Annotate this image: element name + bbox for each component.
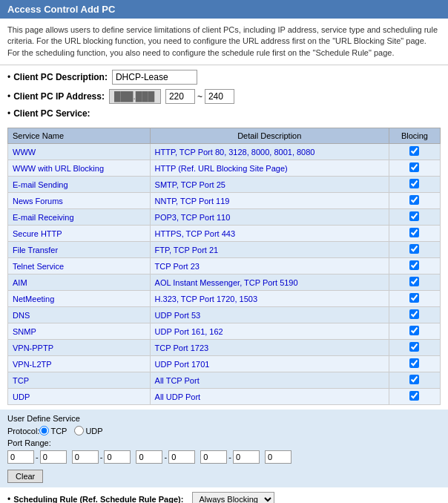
service-block-checkbox[interactable]: [409, 260, 419, 270]
service-block-checkbox[interactable]: [409, 228, 419, 237]
page-container: Access Control Add PC This page allows u…: [0, 0, 448, 503]
service-block-cell: [389, 356, 440, 372]
service-block-cell: [389, 209, 440, 226]
service-detail-cell: UDP Port 161, 162: [150, 323, 389, 340]
service-name-cell: WWW: [8, 144, 151, 160]
service-block-checkbox[interactable]: [409, 179, 419, 188]
service-detail-cell: POP3, TCP Port 110: [150, 209, 389, 226]
user-define-section: User Define Service Protocol: TCP UDP Po…: [0, 410, 448, 487]
user-define-title: User Define Service: [7, 414, 441, 423]
service-name-cell: TCP: [8, 372, 151, 389]
table-row: E-mail ReceivingPOP3, TCP Port 110: [8, 209, 441, 226]
service-label-row: • Client PC Service:: [7, 108, 441, 119]
service-block-cell: [389, 389, 440, 405]
service-name-cell: AIM: [8, 274, 151, 291]
service-detail-cell: All TCP Port: [150, 372, 389, 389]
ip-from-input[interactable]: [165, 89, 195, 104]
service-name-cell: SNMP: [8, 323, 151, 340]
port-input-7[interactable]: [200, 450, 227, 464]
service-block-checkbox[interactable]: [409, 244, 419, 254]
form-section: • Client PC Description: • Client PC IP …: [0, 65, 448, 128]
service-block-checkbox[interactable]: [409, 162, 419, 172]
port-input-6[interactable]: [168, 450, 195, 464]
service-detail-cell: All UDP Port: [150, 389, 389, 405]
table-row: Telnet ServiceTCP Port 23: [8, 258, 441, 274]
table-row: Secure HTTPHTTPS, TCP Port 443: [8, 226, 441, 242]
protocol-label: Protocol:: [7, 427, 39, 435]
port-range-row: Port Range:: [7, 438, 441, 447]
service-name-cell: News Forums: [8, 193, 151, 209]
service-detail-cell: HTTPS, TCP Port 443: [150, 226, 389, 242]
service-detail-cell: HTTP (Ref. URL Blocking Site Page): [150, 160, 389, 177]
tcp-option[interactable]: TCP: [39, 426, 67, 435]
service-block-checkbox[interactable]: [409, 342, 419, 352]
ip-to-input[interactable]: [205, 89, 234, 104]
user-define-clear-button[interactable]: Clear: [7, 470, 43, 483]
service-block-checkbox[interactable]: [409, 326, 419, 335]
service-detail-cell: TCP Port 23: [150, 258, 389, 274]
ip-label: Client PC IP Address:: [13, 91, 105, 102]
service-name-cell: WWW with URL Blocking: [8, 160, 151, 177]
page-title: Access Control Add PC: [7, 4, 115, 15]
scheduling-section: • Scheduling Rule (Ref. Schedule Rule Pa…: [0, 487, 448, 503]
table-row: WWWHTTP, TCP Port 80, 3128, 8000, 8001, …: [8, 144, 441, 160]
table-row: DNSUDP Port 53: [8, 307, 441, 323]
service-name-cell: E-mail Sending: [8, 177, 151, 193]
service-name-cell: NetMeeting: [8, 291, 151, 307]
port-input-3[interactable]: [72, 450, 99, 464]
table-row: VPN-PPTPTCP Port 1723: [8, 340, 441, 356]
scheduling-label: Scheduling Rule (Ref. Schedule Rule Page…: [13, 495, 183, 503]
port-input-4[interactable]: [104, 450, 131, 464]
ip-prefix: ███.███: [109, 89, 161, 104]
service-block-checkbox[interactable]: [409, 146, 419, 156]
ip-range-separator: ~: [197, 91, 202, 102]
service-name-cell: UDP: [8, 389, 151, 405]
tcp-radio[interactable]: [39, 426, 49, 435]
service-block-checkbox[interactable]: [409, 211, 419, 221]
service-block-checkbox[interactable]: [409, 195, 419, 205]
service-block-checkbox[interactable]: [409, 277, 419, 286]
service-name-cell: VPN-L2TP: [8, 356, 151, 372]
service-detail-cell: NNTP, TCP Port 119: [150, 193, 389, 209]
service-detail-cell: FTP, TCP Port 21: [150, 242, 389, 258]
table-row: VPN-L2TPUDP Port 1701: [8, 356, 441, 372]
table-row: File TransferFTP, TCP Port 21: [8, 242, 441, 258]
description-label: Client PC Description:: [13, 72, 108, 82]
service-detail-cell: AOL Instant Messenger, TCP Port 5190: [150, 274, 389, 291]
intro-text: This page allows users to define service…: [0, 19, 448, 65]
service-block-checkbox[interactable]: [409, 293, 419, 303]
udp-option[interactable]: UDP: [74, 426, 102, 435]
service-block-cell: [389, 226, 440, 242]
service-block-checkbox[interactable]: [409, 358, 419, 368]
service-detail-cell: H.323, TCP Port 1720, 1503: [150, 291, 389, 307]
service-block-checkbox[interactable]: [409, 391, 419, 401]
service-block-cell: [389, 307, 440, 323]
port-input-5[interactable]: [136, 450, 162, 464]
service-block-cell: [389, 258, 440, 274]
service-block-cell: [389, 340, 440, 356]
service-name-cell: DNS: [8, 307, 151, 323]
service-section: Service Name Detail Description Blocing …: [0, 128, 448, 410]
port-input-2[interactable]: [40, 450, 67, 464]
service-block-checkbox[interactable]: [409, 309, 419, 319]
port-input-8[interactable]: [233, 450, 260, 464]
port-range-label: Port Range:: [7, 438, 51, 447]
table-row: SNMPUDP Port 161, 162: [8, 323, 441, 340]
protocol-row: Protocol: TCP UDP: [7, 426, 441, 435]
port-input-1[interactable]: [7, 450, 34, 464]
udp-radio[interactable]: [74, 426, 84, 435]
port-input-9[interactable]: [265, 450, 291, 464]
service-name-cell: File Transfer: [8, 242, 151, 258]
service-name-cell: E-mail Receiving: [8, 209, 151, 226]
service-block-cell: [389, 177, 440, 193]
service-block-cell: [389, 323, 440, 340]
page-header: Access Control Add PC: [0, 0, 448, 19]
service-block-checkbox[interactable]: [409, 375, 419, 384]
service-block-cell: [389, 193, 440, 209]
service-block-cell: [389, 242, 440, 258]
table-row: News ForumsNNTP, TCP Port 119: [8, 193, 441, 209]
service-block-cell: [389, 160, 440, 177]
description-input[interactable]: [112, 70, 197, 85]
service-name-cell: VPN-PPTP: [8, 340, 151, 356]
scheduling-select[interactable]: Always Blocking Schedule Rule 1 Schedule…: [192, 492, 274, 503]
